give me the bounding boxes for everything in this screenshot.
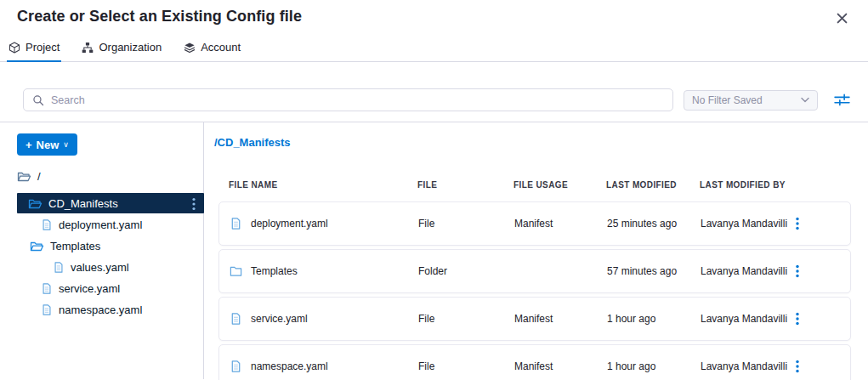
close-button[interactable] <box>833 9 851 27</box>
kebab-menu-icon <box>796 217 799 230</box>
tab-label: Project <box>26 41 60 54</box>
tab-label: Organization <box>99 41 162 54</box>
file-icon <box>41 218 53 231</box>
file-icon <box>53 261 65 274</box>
tab-account[interactable]: Account <box>182 39 242 62</box>
filter-sliders-icon <box>834 93 850 107</box>
folder-open-icon <box>17 170 31 183</box>
saved-filter-value: No Filter Saved <box>692 94 763 106</box>
last-modified: 57 minutes ago <box>607 265 701 277</box>
file-type: Folder <box>418 265 514 277</box>
tree-item-service-yaml[interactable]: service.yaml <box>0 278 203 299</box>
tree-item-cd-manifests[interactable]: CD_Manifests <box>17 193 204 213</box>
file-name: service.yaml <box>251 313 308 325</box>
tree-item-label: namespace.yaml <box>59 303 142 316</box>
file-type: File <box>418 218 514 230</box>
last-modified: 1 hour ago <box>607 313 701 325</box>
table-header-row: FILE NAME FILE FILE USAGE LAST MODIFIED … <box>218 180 851 190</box>
plus-icon: + <box>26 139 32 151</box>
file-name: deployment.yaml <box>251 218 328 230</box>
tree-item-label: values.yaml <box>71 261 129 274</box>
toolbar: No Filter Saved <box>0 62 868 111</box>
table-row-service-yaml[interactable]: service.yaml File Manifest 1 hour ago La… <box>218 297 851 341</box>
table-row-namespace-yaml[interactable]: namespace.yaml File Manifest 1 hour ago … <box>218 344 851 380</box>
new-button[interactable]: +New∨ <box>17 133 77 156</box>
page-title: Create or Select an Existing Config file <box>17 8 302 26</box>
new-button-label: New <box>37 139 60 151</box>
organization-icon <box>82 42 94 54</box>
file-icon <box>230 360 242 373</box>
folder-icon <box>230 264 242 278</box>
tree-item-deployment-yaml[interactable]: deployment.yaml <box>0 214 203 235</box>
search-icon <box>32 94 44 106</box>
project-cube-icon <box>9 42 20 54</box>
folder-open-icon <box>30 240 44 252</box>
col-header-file-usage: FILE USAGE <box>513 180 606 190</box>
chevron-down-icon: ∨ <box>63 140 69 149</box>
file-usage: Manifest <box>514 360 607 372</box>
filter-settings-button[interactable] <box>832 91 852 109</box>
last-modified-by: Lavanya Mandavilli <box>701 265 792 277</box>
scope-tabs: Project Organization Account <box>0 29 868 62</box>
search-input[interactable] <box>51 94 664 106</box>
account-layers-icon <box>184 42 196 54</box>
file-type: File <box>418 313 514 325</box>
tree-item-menu-button[interactable] <box>189 196 199 213</box>
last-modified-by: Lavanya Mandavilli <box>701 313 792 325</box>
file-tree-sidebar: +New∨ / CD_Manifests deployment.yaml Te <box>0 122 204 379</box>
tree-item-label: Templates <box>50 240 100 252</box>
file-icon <box>230 312 242 326</box>
file-type: File <box>418 360 514 372</box>
row-menu-button[interactable] <box>792 310 803 327</box>
saved-filter-dropdown[interactable]: No Filter Saved <box>684 90 818 111</box>
file-icon <box>41 282 53 295</box>
table-row-templates[interactable]: Templates Folder 57 minutes ago Lavanya … <box>218 249 851 293</box>
tab-project[interactable]: Project <box>7 39 61 62</box>
tree-item-label: service.yaml <box>59 282 120 295</box>
tab-organization[interactable]: Organization <box>80 39 163 62</box>
kebab-menu-icon <box>192 197 196 211</box>
tab-label: Account <box>201 41 241 54</box>
row-menu-button[interactable] <box>792 215 803 232</box>
search-box <box>23 88 673 111</box>
col-header-file: FILE <box>417 180 513 190</box>
tree-item-templates[interactable]: Templates <box>0 235 203 257</box>
last-modified-by: Lavanya Mandavilli <box>701 360 792 372</box>
file-tree: / CD_Manifests deployment.yaml Templates… <box>0 167 203 320</box>
file-icon <box>41 303 53 316</box>
folder-open-icon <box>28 197 43 210</box>
col-header-last-modified: LAST MODIFIED <box>606 180 700 190</box>
content-area: +New∨ / CD_Manifests deployment.yaml Te <box>0 122 868 379</box>
kebab-menu-icon <box>796 312 799 326</box>
dialog-header: Create or Select an Existing Config file <box>0 0 868 27</box>
file-name: namespace.yaml <box>251 360 328 372</box>
file-icon <box>230 217 242 230</box>
file-usage: Manifest <box>514 313 607 325</box>
kebab-menu-icon <box>796 264 799 278</box>
close-icon <box>837 13 848 24</box>
breadcrumb[interactable]: /CD_Manifests <box>214 136 291 149</box>
file-name: Templates <box>251 265 298 277</box>
row-menu-button[interactable] <box>792 263 803 280</box>
tree-item-label: deployment.yaml <box>59 218 142 231</box>
tree-item-namespace-yaml[interactable]: namespace.yaml <box>0 299 203 320</box>
tree-item-label: CD_Manifests <box>48 197 118 210</box>
table-row-deployment-yaml[interactable]: deployment.yaml File Manifest 25 minutes… <box>218 201 851 246</box>
last-modified-by: Lavanya Mandavilli <box>701 218 792 230</box>
file-usage: Manifest <box>514 218 607 230</box>
col-header-file-name: FILE NAME <box>229 180 417 190</box>
col-header-last-modified-by: LAST MODIFIED BY <box>700 180 791 190</box>
last-modified: 1 hour ago <box>607 360 701 372</box>
tree-item-label: / <box>37 170 41 183</box>
tree-item-values-yaml[interactable]: values.yaml <box>0 257 203 278</box>
chevron-down-icon <box>801 97 809 103</box>
row-menu-button[interactable] <box>792 358 803 375</box>
tree-item-root[interactable]: / <box>0 167 203 185</box>
kebab-menu-icon <box>796 360 799 373</box>
folder-contents-panel: /CD_Manifests FILE NAME FILE FILE USAGE … <box>204 122 868 379</box>
last-modified: 25 minutes ago <box>607 218 701 230</box>
